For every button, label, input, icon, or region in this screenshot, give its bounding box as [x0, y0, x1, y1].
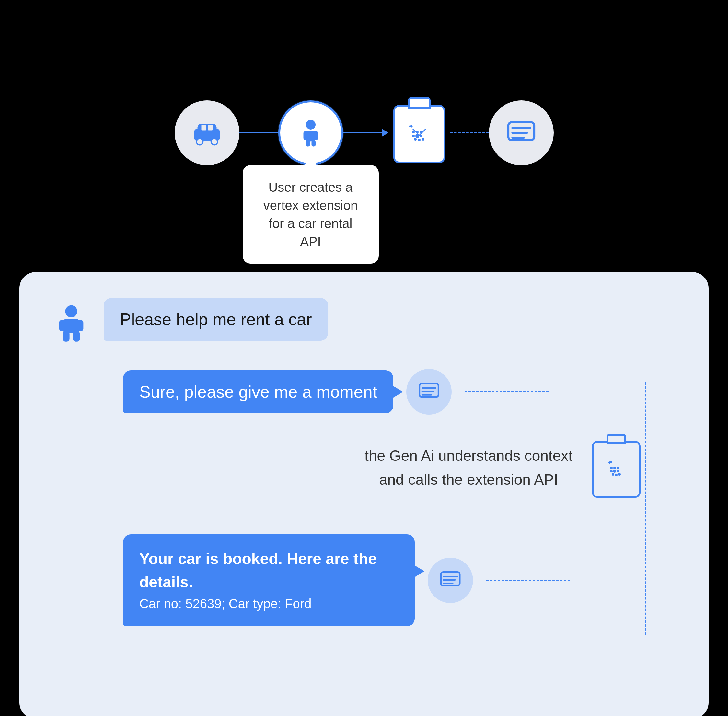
svg-rect-33	[73, 331, 80, 342]
extension-icon-circle	[389, 97, 450, 168]
svg-rect-10	[303, 131, 308, 140]
svg-point-18	[412, 135, 415, 137]
svg-rect-6	[196, 127, 201, 129]
context-line-1: the Gen Ai understands context	[365, 444, 573, 468]
context-text: the Gen Ai understands context and calls…	[365, 444, 573, 491]
message-small-circle-1	[406, 369, 451, 414]
svg-point-14	[409, 125, 411, 127]
message-small-circle-2	[428, 558, 473, 603]
user-message-text: Please help me rent a car	[120, 310, 312, 329]
tooltip-box: User creates a vertex extension for a ca…	[243, 165, 379, 264]
svg-point-2	[196, 139, 203, 145]
svg-point-22	[418, 139, 421, 141]
svg-point-20	[420, 135, 423, 137]
svg-rect-13	[312, 140, 316, 147]
chat-section: Please help me rent a car Sure, please g…	[20, 272, 708, 716]
ai-message-bubble-1: Sure, please give me a moment	[123, 370, 393, 413]
svg-point-38	[609, 461, 612, 463]
svg-point-43	[613, 470, 616, 473]
connector-arrow	[343, 132, 389, 133]
tooltip-text: User creates a vertex extension for a ca…	[263, 180, 358, 249]
svg-point-15	[412, 131, 415, 133]
svg-rect-32	[62, 331, 69, 342]
connector-dashed	[450, 132, 489, 133]
message-svg-icon	[505, 117, 538, 149]
message-small-icon	[418, 381, 440, 403]
vertical-dashed-connector	[645, 382, 646, 635]
dashed-right-1	[465, 391, 549, 393]
user-figure-icon	[58, 304, 84, 343]
svg-point-40	[613, 467, 616, 469]
svg-point-8	[306, 120, 316, 129]
svg-rect-1	[198, 124, 216, 132]
extension-inner-icon	[406, 121, 432, 147]
svg-rect-31	[78, 320, 84, 331]
svg-point-44	[617, 470, 619, 472]
ai-message-text-2-line2: Car no: 52639; Car type: Ford	[139, 594, 398, 613]
svg-rect-11	[313, 131, 318, 140]
svg-rect-4	[201, 125, 206, 130]
context-row: the Gen Ai understands context and calls…	[52, 434, 676, 502]
message-icon-circle	[489, 100, 554, 165]
svg-rect-12	[306, 140, 310, 147]
ai-message-row-1: Sure, please give me a moment	[52, 369, 676, 414]
svg-rect-5	[208, 125, 213, 130]
svg-point-41	[617, 467, 619, 469]
svg-point-28	[65, 305, 77, 317]
svg-point-3	[211, 139, 217, 145]
svg-point-39	[610, 467, 612, 469]
svg-point-21	[414, 138, 416, 141]
svg-rect-7	[213, 127, 218, 129]
connector-line-1	[239, 132, 278, 133]
svg-rect-30	[59, 320, 65, 331]
ai-message-bubble-2: Your car is booked. Here are the details…	[123, 534, 415, 626]
ai-message-text-2-line1: Your car is booked. Here are the details…	[139, 547, 398, 594]
message-small-icon-2	[439, 569, 462, 592]
extension-inner-icon-2	[605, 458, 628, 481]
svg-point-45	[612, 473, 614, 476]
svg-point-42	[610, 470, 612, 472]
svg-point-46	[615, 474, 617, 476]
user-message-bubble: Please help me rent a car	[104, 298, 328, 341]
svg-point-47	[618, 473, 621, 476]
user-message-row: Please help me rent a car	[52, 298, 676, 350]
taxi-icon-circle	[175, 100, 239, 165]
context-line-2: and calls the extension API	[365, 468, 573, 492]
dashed-right-2	[486, 579, 570, 581]
ai-message-row-2: Your car is booked. Here are the details…	[52, 534, 676, 626]
human-icon-circle: User creates a vertex extension for a ca…	[278, 100, 343, 165]
svg-point-23	[422, 138, 424, 141]
user-avatar	[52, 298, 91, 350]
taxi-svg-icon	[191, 117, 223, 149]
ai-message-text-1: Sure, please give me a moment	[139, 382, 377, 401]
human-svg-icon	[295, 117, 327, 149]
flow-diagram-section: User creates a vertex extension for a ca…	[0, 0, 728, 265]
extension-icon-large	[589, 434, 644, 502]
